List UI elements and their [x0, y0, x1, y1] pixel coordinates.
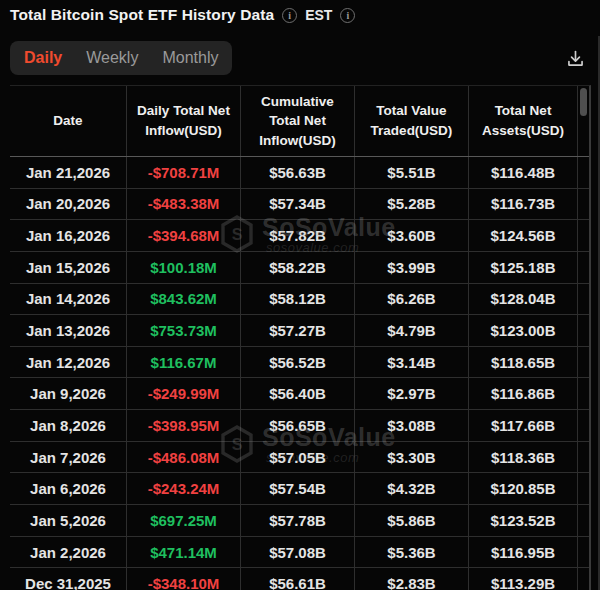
cell-net-assets: $120.85B: [469, 473, 578, 504]
page-title: Total Bitcoin Spot ETF History Data: [10, 6, 274, 24]
cell-cumulative-inflow: $57.82B: [241, 220, 355, 251]
cell-value-traded: $3.99B: [355, 252, 469, 283]
cell-date: Dec 31,2025: [10, 568, 127, 590]
cell-date: Jan 6,2026: [10, 473, 127, 504]
cell-date: Jan 7,2026: [10, 442, 127, 473]
table-row: Jan 14,2026 $843.62M $58.12B $6.26B $128…: [10, 284, 589, 316]
cell-date: Jan 9,2026: [10, 378, 127, 409]
cell-value-traded: $2.83B: [355, 568, 469, 590]
cell-daily-inflow: $843.62M: [127, 284, 241, 315]
tab-weekly[interactable]: Weekly: [86, 49, 138, 67]
table-row: Jan 20,2026 -$483.38M $57.34B $5.28B $11…: [10, 189, 589, 221]
table-row: Jan 5,2026 $697.25M $57.78B $5.86B $123.…: [10, 505, 589, 537]
cell-cumulative-inflow: $56.65B: [241, 410, 355, 441]
cell-daily-inflow: -$243.24M: [127, 473, 241, 504]
table-header-row: Date Daily Total Net Inflow(USD) Cumulat…: [10, 86, 589, 157]
row-scroll-gutter: [578, 568, 589, 590]
cell-net-assets: $117.66B: [469, 410, 578, 441]
cell-cumulative-inflow: $58.22B: [241, 252, 355, 283]
col-header-net-assets: Total Net Assets(USD): [469, 86, 578, 156]
table-row: Jan 16,2026 -$394.68M $57.82B $3.60B $12…: [10, 220, 589, 252]
cell-cumulative-inflow: $58.12B: [241, 284, 355, 315]
cell-cumulative-inflow: $56.63B: [241, 157, 355, 188]
cell-net-assets: $113.29B: [469, 568, 578, 590]
cell-net-assets: $116.73B: [469, 189, 578, 220]
cell-net-assets: $116.95B: [469, 537, 578, 568]
cell-cumulative-inflow: $57.78B: [241, 505, 355, 536]
cell-net-assets: $116.48B: [469, 157, 578, 188]
table-row: Jan 12,2026 $116.67M $56.52B $3.14B $118…: [10, 347, 589, 379]
row-scroll-gutter: [578, 473, 589, 504]
cell-cumulative-inflow: $57.34B: [241, 189, 355, 220]
col-header-cumulative-inflow: Cumulative Total Net Inflow(USD): [241, 86, 355, 156]
cell-daily-inflow: $471.14M: [127, 537, 241, 568]
col-header-daily-inflow: Daily Total Net Inflow(USD): [127, 86, 241, 156]
table-row: Jan 8,2026 -$398.95M $56.65B $3.08B $117…: [10, 410, 589, 442]
etf-history-table: Date Daily Total Net Inflow(USD) Cumulat…: [10, 85, 591, 590]
row-scroll-gutter: [578, 315, 589, 346]
cell-net-assets: $118.36B: [469, 442, 578, 473]
table-row: Jan 6,2026 -$243.24M $57.54B $4.32B $120…: [10, 473, 589, 505]
cell-cumulative-inflow: $57.08B: [241, 537, 355, 568]
cell-cumulative-inflow: $56.40B: [241, 378, 355, 409]
table-row: Dec 31,2025 -$348.10M $56.61B $2.83B $11…: [10, 568, 589, 590]
cell-date: Jan 14,2026: [10, 284, 127, 315]
timezone-info-icon[interactable]: i: [340, 8, 355, 23]
table-row: Jan 15,2026 $100.18M $58.22B $3.99B $125…: [10, 252, 589, 284]
timezone-label: EST: [305, 7, 332, 23]
row-scroll-gutter: [578, 284, 589, 315]
cell-cumulative-inflow: $56.61B: [241, 568, 355, 590]
cell-value-traded: $5.36B: [355, 537, 469, 568]
cell-net-assets: $123.52B: [469, 505, 578, 536]
download-button[interactable]: [563, 46, 587, 70]
cell-daily-inflow: -$394.68M: [127, 220, 241, 251]
info-icon[interactable]: i: [282, 8, 297, 23]
cell-date: Jan 15,2026: [10, 252, 127, 283]
cell-value-traded: $5.51B: [355, 157, 469, 188]
cell-daily-inflow: $697.25M: [127, 505, 241, 536]
cell-daily-inflow: -$348.10M: [127, 568, 241, 590]
cell-date: Jan 21,2026: [10, 157, 127, 188]
cell-cumulative-inflow: $57.27B: [241, 315, 355, 346]
row-scroll-gutter: [578, 537, 589, 568]
cell-daily-inflow: -$483.38M: [127, 189, 241, 220]
cell-daily-inflow: $100.18M: [127, 252, 241, 283]
cell-value-traded: $3.30B: [355, 442, 469, 473]
cell-value-traded: $5.86B: [355, 505, 469, 536]
cell-value-traded: $6.26B: [355, 284, 469, 315]
table-row: Jan 7,2026 -$486.08M $57.05B $3.30B $118…: [10, 442, 589, 474]
row-scroll-gutter: [578, 157, 589, 188]
cell-daily-inflow: $753.73M: [127, 315, 241, 346]
cell-value-traded: $3.08B: [355, 410, 469, 441]
table-row: Jan 13,2026 $753.73M $57.27B $4.79B $123…: [10, 315, 589, 347]
cell-daily-inflow: -$398.95M: [127, 410, 241, 441]
row-scroll-gutter: [578, 189, 589, 220]
row-scroll-gutter: [578, 378, 589, 409]
cell-date: Jan 8,2026: [10, 410, 127, 441]
cell-date: Jan 12,2026: [10, 347, 127, 378]
row-scroll-gutter: [578, 505, 589, 536]
cell-daily-inflow: -$249.99M: [127, 378, 241, 409]
cell-cumulative-inflow: $57.05B: [241, 442, 355, 473]
cell-date: Jan 13,2026: [10, 315, 127, 346]
cell-cumulative-inflow: $57.54B: [241, 473, 355, 504]
row-scroll-gutter: [578, 252, 589, 283]
cell-net-assets: $123.00B: [469, 315, 578, 346]
cell-daily-inflow: -$486.08M: [127, 442, 241, 473]
cell-net-assets: $124.56B: [469, 220, 578, 251]
row-scroll-gutter: [578, 442, 589, 473]
row-scroll-gutter: [578, 410, 589, 441]
cell-date: Jan 5,2026: [10, 505, 127, 536]
cell-value-traded: $3.60B: [355, 220, 469, 251]
row-scroll-gutter: [578, 220, 589, 251]
download-icon: [565, 48, 586, 69]
cell-value-traded: $4.32B: [355, 473, 469, 504]
cell-date: Jan 16,2026: [10, 220, 127, 251]
tab-daily[interactable]: Daily: [24, 49, 62, 67]
cell-net-assets: $125.18B: [469, 252, 578, 283]
header: Total Bitcoin Spot ETF History Data i ES…: [10, 6, 355, 24]
tab-monthly[interactable]: Monthly: [162, 49, 218, 67]
table-scrollbar-thumb[interactable]: [580, 88, 587, 116]
cell-value-traded: $2.97B: [355, 378, 469, 409]
table-body: Jan 21,2026 -$708.71M $56.63B $5.51B $11…: [10, 157, 589, 590]
